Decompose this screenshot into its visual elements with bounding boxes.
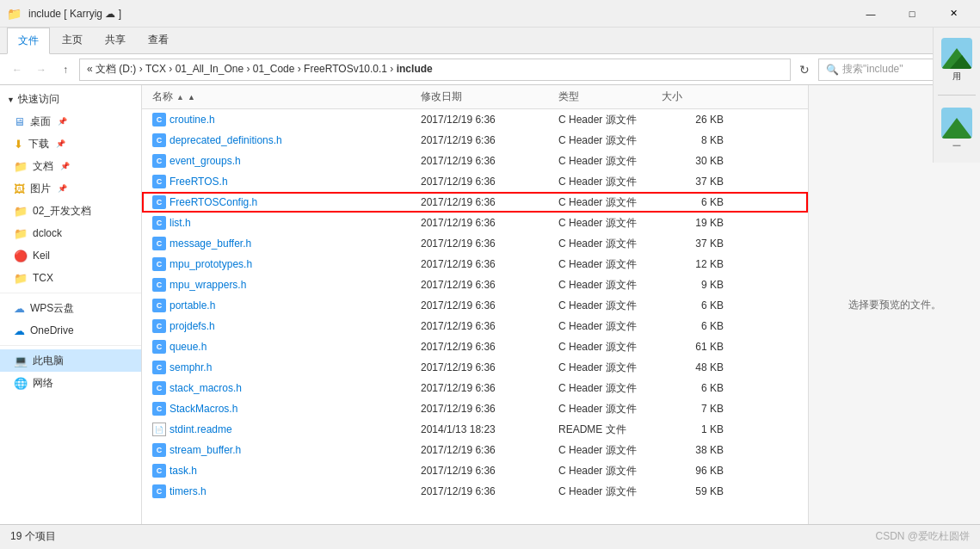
file-size: 1 KB	[662, 423, 730, 435]
network-icon: 🌐	[14, 377, 28, 390]
right-panel-label-1: 用	[952, 71, 961, 83]
file-size: 6 KB	[662, 382, 730, 394]
sidebar-item-network[interactable]: 🌐 网络	[0, 372, 141, 394]
window-icon-yellow: 📁	[7, 7, 22, 21]
table-row[interactable]: C deprecated_definitions.h 2017/12/19 6:…	[142, 130, 808, 151]
tab-file[interactable]: 文件	[7, 28, 50, 54]
address-path[interactable]: « 文档 (D:) › TCX › 01_All_In_One › 01_Cod…	[79, 59, 791, 81]
file-date: 2017/12/19 6:36	[421, 320, 558, 332]
title-controls: — □ ✕	[851, 0, 973, 28]
minimize-button[interactable]: —	[851, 0, 891, 28]
maximize-button[interactable]: □	[892, 0, 932, 28]
col-header-type[interactable]: 类型	[558, 89, 662, 104]
table-row[interactable]: C projdefs.h 2017/12/19 6:36 C Header 源文…	[142, 316, 808, 336]
sidebar-item-tcx[interactable]: 📁 TCX	[0, 267, 141, 289]
table-row[interactable]: C task.h 2017/12/19 6:36 C Header 源文件 96…	[142, 460, 808, 481]
right-panel-item-2[interactable]: 一	[938, 104, 976, 156]
table-row[interactable]: C timers.h 2017/12/19 6:36 C Header 源文件 …	[142, 481, 808, 502]
file-size: 8 KB	[662, 134, 730, 146]
file-name: FreeRTOSConfig.h	[169, 196, 257, 208]
back-button[interactable]: ←	[7, 59, 28, 80]
c-header-icon: C	[152, 175, 166, 188]
main-layout: ▼ 快速访问 🖥 桌面 📌 ⬇ 下载 📌 📁 文档 📌 🖼 图片 📌	[0, 85, 980, 524]
file-date: 2017/12/19 6:36	[421, 341, 558, 353]
table-row[interactable]: C FreeRTOSConfig.h 2017/12/19 6:36 C Hea…	[142, 192, 808, 213]
file-name: task.h	[169, 465, 197, 477]
folder-icon-dclock: 📁	[14, 227, 28, 240]
c-header-icon: C	[152, 154, 166, 168]
sidebar-item-documents[interactable]: 📁 文档 📌	[0, 155, 141, 177]
file-date: 2017/12/19 6:36	[421, 114, 558, 126]
documents-icon: 📁	[14, 160, 28, 173]
status-bar: 19 个项目 CSDN @爱吃杜圆饼	[0, 524, 980, 548]
table-row[interactable]: C FreeRTOS.h 2017/12/19 6:36 C Header 源文…	[142, 171, 808, 192]
file-type: C Header 源文件	[558, 278, 662, 293]
file-size: 6 KB	[662, 196, 730, 208]
table-row[interactable]: C semphr.h 2017/12/19 6:36 C Header 源文件 …	[142, 357, 808, 378]
tab-view[interactable]: 查看	[138, 28, 179, 53]
c-header-icon: C	[152, 257, 166, 271]
sidebar-item-thispc[interactable]: 💻 此电脑	[0, 349, 141, 372]
tab-share[interactable]: 共享	[95, 28, 136, 53]
file-name: croutine.h	[169, 114, 215, 126]
forward-button[interactable]: →	[31, 59, 52, 80]
file-size: 7 KB	[662, 403, 730, 415]
c-header-icon: C	[152, 361, 166, 374]
pin-icon-4: 📌	[58, 184, 67, 193]
file-name: FreeRTOS.h	[169, 176, 228, 188]
sidebar-item-pictures[interactable]: 🖼 图片 📌	[0, 177, 141, 200]
table-row[interactable]: C stream_buffer.h 2017/12/19 6:36 C Head…	[142, 440, 808, 460]
file-size: 59 KB	[662, 485, 730, 497]
table-row[interactable]: C queue.h 2017/12/19 6:36 C Header 源文件 6…	[142, 336, 808, 357]
item-count: 19 个项目	[10, 529, 56, 544]
file-list: C croutine.h 2017/12/19 6:36 C Header 源文…	[142, 109, 808, 524]
file-date: 2017/12/19 6:36	[421, 299, 558, 312]
sidebar-quick-access-header[interactable]: ▼ 快速访问	[0, 89, 141, 110]
table-row[interactable]: C StackMacros.h 2017/12/19 6:36 C Header…	[142, 398, 808, 419]
table-row[interactable]: C event_groups.h 2017/12/19 6:36 C Heade…	[142, 151, 808, 171]
txt-icon: 📄	[152, 423, 166, 436]
sidebar-item-desktop[interactable]: 🖥 桌面 📌	[0, 110, 141, 133]
sidebar-item-wps[interactable]: ☁ WPS云盘	[0, 297, 141, 319]
title-bar: 📁 include [ Karryig ☁ ] — □ ✕	[0, 0, 980, 28]
file-type: C Header 源文件	[558, 319, 662, 334]
refresh-button[interactable]: ↻	[794, 59, 815, 80]
tab-home[interactable]: 主页	[52, 28, 93, 53]
c-header-icon: C	[152, 464, 166, 478]
right-panel-item-1[interactable]: 用	[938, 34, 976, 86]
table-row[interactable]: C message_buffer.h 2017/12/19 6:36 C Hea…	[142, 233, 808, 254]
chevron-down-icon: ▼	[7, 96, 15, 104]
sidebar-item-devdoc[interactable]: 📁 02_开发文档	[0, 200, 141, 222]
close-button[interactable]: ✕	[934, 0, 973, 28]
file-type: C Header 源文件	[558, 340, 662, 355]
path-text: « 文档 (D:) › TCX › 01_All_In_One › 01_Cod…	[87, 62, 433, 77]
c-header-icon: C	[152, 113, 166, 126]
mountain-icon-2	[941, 108, 972, 139]
table-row[interactable]: C mpu_wrappers.h 2017/12/19 6:36 C Heade…	[142, 274, 808, 295]
file-size: 48 KB	[662, 361, 730, 373]
file-type: C Header 源文件	[558, 443, 662, 458]
table-row[interactable]: C mpu_prototypes.h 2017/12/19 6:36 C Hea…	[142, 254, 808, 274]
file-name: list.h	[169, 217, 191, 229]
c-header-icon: C	[152, 237, 166, 250]
col-header-size[interactable]: 大小	[662, 89, 730, 104]
file-name: stack_macros.h	[169, 382, 242, 394]
table-row[interactable]: C list.h 2017/12/19 6:36 C Header 源文件 19…	[142, 213, 808, 233]
table-row[interactable]: C portable.h 2017/12/19 6:36 C Header 源文…	[142, 295, 808, 316]
col-header-name[interactable]: 名称 ▲	[145, 89, 421, 104]
c-header-icon: C	[152, 381, 166, 395]
table-row[interactable]: C stack_macros.h 2017/12/19 6:36 C Heade…	[142, 378, 808, 398]
sidebar-item-dclock[interactable]: 📁 dclock	[0, 222, 141, 244]
table-row[interactable]: 📄 stdint.readme 2014/1/13 18:23 README 文…	[142, 419, 808, 440]
up-button[interactable]: ↑	[55, 59, 76, 80]
sidebar-item-onedrive[interactable]: ☁ OneDrive	[0, 319, 141, 342]
file-name: mpu_prototypes.h	[169, 258, 252, 270]
sidebar-item-keil[interactable]: 🔴 Keil	[0, 244, 141, 267]
pc-icon: 💻	[14, 355, 28, 367]
table-row[interactable]: C croutine.h 2017/12/19 6:36 C Header 源文…	[142, 109, 808, 130]
col-header-date[interactable]: 修改日期	[421, 89, 558, 104]
c-header-icon: C	[152, 133, 166, 147]
file-date: 2017/12/19 6:36	[421, 196, 558, 208]
sidebar-item-downloads[interactable]: ⬇ 下载 📌	[0, 133, 141, 155]
c-header-icon: C	[152, 340, 166, 354]
